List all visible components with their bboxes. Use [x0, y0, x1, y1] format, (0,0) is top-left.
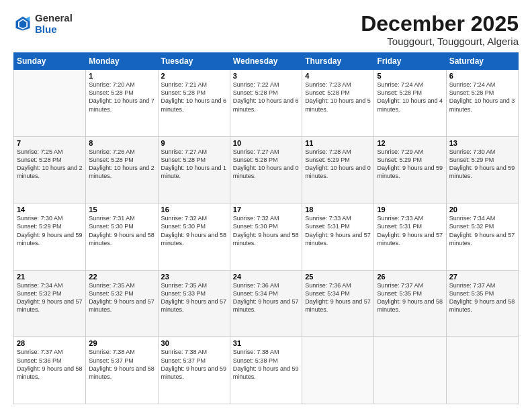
day-header-tuesday: Tuesday: [158, 53, 230, 70]
day-number: 2: [161, 72, 227, 80]
calendar-cell: 3Sunrise: 7:22 AM Sunset: 5:28 PM Daylig…: [230, 70, 302, 137]
day-number: 9: [161, 139, 227, 147]
calendar-cell: 11Sunrise: 7:28 AM Sunset: 5:29 PM Dayli…: [302, 136, 374, 203]
calendar-week-4: 21Sunrise: 7:34 AM Sunset: 5:32 PM Dayli…: [14, 270, 519, 337]
calendar-header-row: SundayMondayTuesdayWednesdayThursdayFrid…: [14, 53, 519, 70]
day-number: 5: [377, 72, 443, 80]
day-info: Sunrise: 7:30 AM Sunset: 5:29 PM Dayligh…: [449, 148, 515, 181]
day-info: Sunrise: 7:38 AM Sunset: 5:38 PM Dayligh…: [233, 348, 299, 381]
day-info: Sunrise: 7:32 AM Sunset: 5:30 PM Dayligh…: [233, 214, 299, 247]
day-info: Sunrise: 7:37 AM Sunset: 5:35 PM Dayligh…: [377, 281, 443, 314]
day-info: Sunrise: 7:23 AM Sunset: 5:28 PM Dayligh…: [305, 81, 371, 113]
page: General Blue December 2025 Touggourt, To…: [0, 0, 532, 411]
calendar-cell: 31Sunrise: 7:38 AM Sunset: 5:38 PM Dayli…: [230, 337, 302, 404]
calendar-cell: 1Sunrise: 7:20 AM Sunset: 5:28 PM Daylig…: [86, 70, 158, 137]
day-number: 22: [89, 273, 154, 281]
calendar-cell: 15Sunrise: 7:31 AM Sunset: 5:30 PM Dayli…: [86, 203, 158, 271]
calendar-week-2: 7Sunrise: 7:25 AM Sunset: 5:28 PM Daylig…: [14, 136, 519, 203]
day-info: Sunrise: 7:33 AM Sunset: 5:31 PM Dayligh…: [377, 214, 443, 247]
calendar-cell: 18Sunrise: 7:33 AM Sunset: 5:31 PM Dayli…: [302, 203, 374, 271]
calendar-cell: 5Sunrise: 7:24 AM Sunset: 5:28 PM Daylig…: [374, 70, 446, 137]
day-number: 18: [305, 205, 371, 214]
calendar-cell: 30Sunrise: 7:38 AM Sunset: 5:37 PM Dayli…: [158, 337, 230, 404]
calendar-cell: 9Sunrise: 7:27 AM Sunset: 5:28 PM Daylig…: [158, 136, 230, 203]
day-header-monday: Monday: [86, 53, 158, 70]
calendar-cell: 12Sunrise: 7:29 AM Sunset: 5:29 PM Dayli…: [374, 136, 446, 203]
day-number: 7: [17, 139, 83, 147]
day-info: Sunrise: 7:29 AM Sunset: 5:29 PM Dayligh…: [377, 148, 443, 181]
day-number: 23: [161, 273, 227, 281]
day-info: Sunrise: 7:37 AM Sunset: 5:36 PM Dayligh…: [17, 348, 83, 381]
day-info: Sunrise: 7:28 AM Sunset: 5:29 PM Dayligh…: [305, 148, 371, 181]
day-number: 25: [305, 273, 371, 281]
day-header-saturday: Saturday: [446, 53, 518, 70]
day-info: Sunrise: 7:37 AM Sunset: 5:35 PM Dayligh…: [449, 281, 515, 314]
day-info: Sunrise: 7:36 AM Sunset: 5:34 PM Dayligh…: [305, 281, 371, 314]
calendar-cell: 28Sunrise: 7:37 AM Sunset: 5:36 PM Dayli…: [14, 337, 86, 404]
calendar-cell: [374, 337, 446, 404]
calendar-cell: 27Sunrise: 7:37 AM Sunset: 5:35 PM Dayli…: [446, 270, 518, 337]
day-info: Sunrise: 7:34 AM Sunset: 5:32 PM Dayligh…: [17, 281, 83, 314]
day-info: Sunrise: 7:36 AM Sunset: 5:34 PM Dayligh…: [233, 281, 299, 314]
day-info: Sunrise: 7:30 AM Sunset: 5:29 PM Dayligh…: [17, 214, 83, 247]
day-info: Sunrise: 7:25 AM Sunset: 5:28 PM Dayligh…: [17, 148, 83, 181]
calendar-cell: 24Sunrise: 7:36 AM Sunset: 5:34 PM Dayli…: [230, 270, 302, 337]
calendar-cell: [446, 337, 518, 404]
day-info: Sunrise: 7:35 AM Sunset: 5:33 PM Dayligh…: [161, 281, 227, 314]
day-info: Sunrise: 7:35 AM Sunset: 5:32 PM Dayligh…: [89, 281, 154, 314]
day-info: Sunrise: 7:26 AM Sunset: 5:28 PM Dayligh…: [89, 148, 154, 181]
day-number: 3: [233, 72, 299, 80]
day-info: Sunrise: 7:20 AM Sunset: 5:28 PM Dayligh…: [89, 81, 154, 113]
day-number: 26: [377, 273, 443, 281]
day-info: Sunrise: 7:34 AM Sunset: 5:32 PM Dayligh…: [449, 214, 515, 247]
calendar-cell: 4Sunrise: 7:23 AM Sunset: 5:28 PM Daylig…: [302, 70, 374, 137]
day-number: 12: [377, 139, 443, 147]
calendar-cell: 2Sunrise: 7:21 AM Sunset: 5:28 PM Daylig…: [158, 70, 230, 137]
calendar-cell: [302, 337, 374, 404]
day-number: 19: [377, 205, 443, 214]
calendar-cell: 17Sunrise: 7:32 AM Sunset: 5:30 PM Dayli…: [230, 203, 302, 271]
day-info: Sunrise: 7:27 AM Sunset: 5:28 PM Dayligh…: [233, 148, 299, 181]
day-header-thursday: Thursday: [302, 53, 374, 70]
day-header-wednesday: Wednesday: [230, 53, 302, 70]
calendar-cell: 21Sunrise: 7:34 AM Sunset: 5:32 PM Dayli…: [14, 270, 86, 337]
calendar-cell: [14, 70, 86, 137]
day-info: Sunrise: 7:32 AM Sunset: 5:30 PM Dayligh…: [161, 214, 227, 247]
day-number: 11: [305, 139, 371, 147]
calendar-cell: 29Sunrise: 7:38 AM Sunset: 5:37 PM Dayli…: [86, 337, 158, 404]
day-number: 28: [17, 339, 83, 347]
day-info: Sunrise: 7:24 AM Sunset: 5:28 PM Dayligh…: [449, 81, 515, 113]
day-number: 29: [89, 339, 154, 347]
subtitle: Touggourt, Touggourt, Algeria: [361, 36, 519, 47]
day-number: 4: [305, 72, 371, 80]
day-info: Sunrise: 7:21 AM Sunset: 5:28 PM Dayligh…: [161, 81, 227, 113]
day-number: 17: [233, 205, 299, 214]
calendar-cell: 7Sunrise: 7:25 AM Sunset: 5:28 PM Daylig…: [14, 136, 86, 203]
logo-text: General Blue: [35, 12, 73, 35]
day-number: 27: [449, 273, 515, 281]
calendar-cell: 20Sunrise: 7:34 AM Sunset: 5:32 PM Dayli…: [446, 203, 518, 271]
day-info: Sunrise: 7:22 AM Sunset: 5:28 PM Dayligh…: [233, 81, 299, 113]
calendar-week-5: 28Sunrise: 7:37 AM Sunset: 5:36 PM Dayli…: [14, 337, 519, 404]
title-block: December 2025 Touggourt, Touggourt, Alge…: [361, 12, 519, 47]
calendar-week-3: 14Sunrise: 7:30 AM Sunset: 5:29 PM Dayli…: [14, 203, 519, 271]
day-number: 16: [161, 205, 227, 214]
day-number: 13: [449, 139, 515, 147]
day-info: Sunrise: 7:38 AM Sunset: 5:37 PM Dayligh…: [161, 348, 227, 381]
day-info: Sunrise: 7:27 AM Sunset: 5:28 PM Dayligh…: [161, 148, 227, 181]
calendar-cell: 19Sunrise: 7:33 AM Sunset: 5:31 PM Dayli…: [374, 203, 446, 271]
month-title: December 2025: [361, 12, 519, 36]
logo: General Blue: [13, 12, 73, 35]
day-info: Sunrise: 7:24 AM Sunset: 5:28 PM Dayligh…: [377, 81, 443, 113]
day-number: 24: [233, 273, 299, 281]
calendar-cell: 22Sunrise: 7:35 AM Sunset: 5:32 PM Dayli…: [86, 270, 158, 337]
day-number: 15: [89, 205, 154, 214]
calendar-cell: 6Sunrise: 7:24 AM Sunset: 5:28 PM Daylig…: [446, 70, 518, 137]
calendar-cell: 14Sunrise: 7:30 AM Sunset: 5:29 PM Dayli…: [14, 203, 86, 271]
day-number: 14: [17, 205, 83, 214]
day-number: 8: [89, 139, 154, 147]
day-number: 20: [449, 205, 515, 214]
day-info: Sunrise: 7:31 AM Sunset: 5:30 PM Dayligh…: [89, 214, 154, 247]
day-number: 30: [161, 339, 227, 347]
day-number: 1: [89, 72, 154, 80]
